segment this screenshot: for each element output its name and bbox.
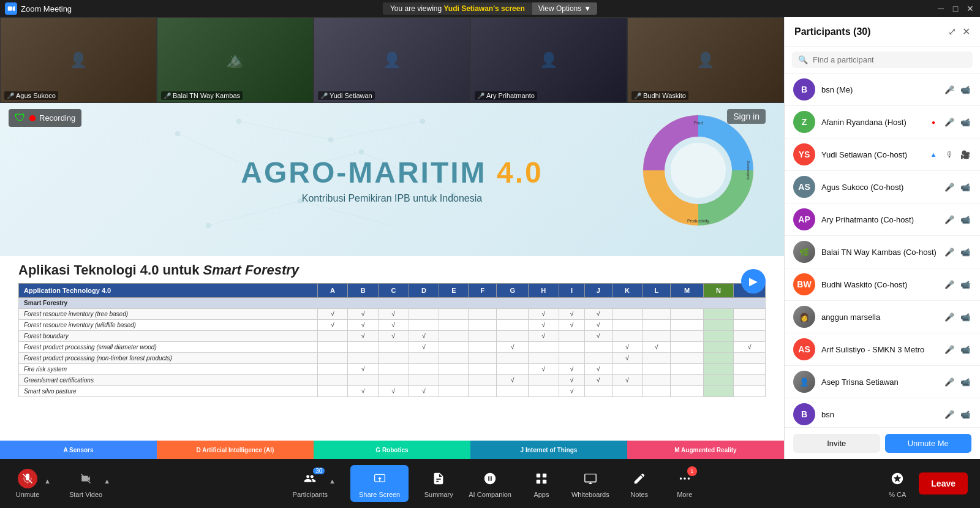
- start-video-label: Start Video: [69, 491, 102, 498]
- bottom-toolbar: Unmute ▲ Start Video ▲ 30 Participa: [0, 459, 980, 508]
- search-input[interactable]: [813, 55, 967, 64]
- svg-rect-30: [585, 474, 596, 482]
- participants-label: Participants: [293, 491, 328, 498]
- whiteboards-icon: [581, 469, 600, 488]
- table-header-main: Application Technology 4.0: [19, 284, 318, 298]
- invite-button[interactable]: Invite: [793, 434, 880, 453]
- svg-point-17: [420, 119, 425, 124]
- thumb-budhi[interactable]: 👤 🎤 Budhi Waskito: [627, 17, 784, 103]
- application-table: Application Technology 4.0 A B C D E F G…: [18, 283, 766, 397]
- video-icon: 📹: [959, 83, 971, 96]
- participant-list: B bsn (Me) 🎤̶ 📹 Z Afanin Ryandana (Host)…: [785, 74, 980, 427]
- sign-in-button[interactable]: Sign in: [727, 109, 766, 124]
- avatar: B: [793, 78, 815, 100]
- next-slide-button[interactable]: ▶: [741, 269, 766, 294]
- video-group: Start Video ▲: [69, 469, 110, 498]
- maximize-button[interactable]: □: [951, 4, 960, 13]
- unmute-me-button[interactable]: Unmute Me: [885, 434, 972, 453]
- more-badge: 1: [687, 466, 697, 476]
- ca-icon: [888, 469, 907, 488]
- thumb-label-yudi: 🎤 Yudi Setiawan: [318, 91, 375, 100]
- participants-caret[interactable]: ▲: [329, 477, 336, 485]
- svg-line-5: [208, 201, 300, 226]
- participant-info: bsn: [821, 409, 937, 420]
- mic-icon: 🎤: [943, 343, 956, 355]
- mic-icon: 🎤: [943, 311, 956, 323]
- view-options-button[interactable]: View Options ▼: [532, 2, 597, 15]
- video-off-icon: [76, 469, 96, 488]
- video-icon: 📹: [959, 181, 971, 193]
- avatar: 👤: [793, 371, 815, 393]
- svg-point-16: [328, 137, 333, 142]
- participant-info: Ary Prihatmanto (Co-host): [821, 214, 937, 225]
- unmute-button[interactable]: Unmute: [12, 469, 43, 498]
- participant-controls: 🎤 📹: [943, 408, 971, 420]
- svg-line-7: [239, 121, 331, 140]
- screen-share-banner: You are viewing Yudi Setiawan's screen V…: [383, 2, 597, 15]
- mic-active-icon: ●: [927, 116, 940, 128]
- thumb-yudi[interactable]: 👤 🎤 Yudi Setiawan: [314, 17, 470, 103]
- participant-search: 🔍: [785, 47, 980, 74]
- notes-button[interactable]: Notes: [624, 469, 655, 498]
- participant-name: Budhi Waskito (Co-host): [821, 280, 907, 289]
- minimize-button[interactable]: ─: [936, 4, 946, 13]
- thumb-label-balai: 🎤 Balai TN Way Kambas: [161, 91, 243, 100]
- mic-icon: 🎙: [943, 148, 956, 161]
- leave-button[interactable]: Leave: [919, 472, 968, 495]
- apps-label: Apps: [533, 491, 549, 498]
- list-item: 🌿 Balai TN Way Kambas (Co-host) 🎤 📹: [785, 236, 980, 268]
- avatar: 👩: [793, 306, 815, 328]
- participant-controls: 🎤 📹: [943, 343, 971, 355]
- slide-header-text: AGRO-MARITIM 4.0 Kontribusi Pemikiran IP…: [241, 156, 543, 204]
- summary-button[interactable]: Summary: [423, 469, 454, 498]
- participant-name: Agus Sukoco (Co-host): [821, 183, 903, 192]
- zoom-icon: [5, 2, 17, 15]
- toolbar-left: Unmute ▲ Start Video ▲: [12, 469, 110, 498]
- share-screen-button[interactable]: Share Screen: [350, 465, 409, 502]
- participants-title: Participants (30): [794, 26, 871, 37]
- apps-button[interactable]: Apps: [526, 469, 557, 498]
- thumb-balai[interactable]: 🏔️ 🎤 Balai TN Way Kambas: [157, 17, 314, 103]
- close-button[interactable]: ✕: [965, 4, 975, 13]
- pop-out-button[interactable]: ⤢: [948, 26, 956, 37]
- participants-header: Participants (30) ⤢ ✕: [785, 17, 980, 47]
- unmute-caret[interactable]: ▲: [44, 477, 51, 485]
- ai-companion-button[interactable]: AI Companion: [469, 469, 511, 498]
- table-row: Forest resource inventory (wildlife base…: [19, 320, 766, 331]
- ca-button[interactable]: % CA: [882, 469, 913, 498]
- more-button[interactable]: 1 More: [669, 469, 700, 498]
- table-row: Forest product processing (non-timber fo…: [19, 353, 766, 364]
- participant-controls: 🎤 📹: [943, 213, 971, 226]
- participant-info: bsn (Me): [821, 84, 937, 95]
- more-icon: 1: [675, 469, 695, 488]
- thumb-ary[interactable]: 👤 🎤 Ary Prihatmanto: [470, 17, 627, 103]
- whiteboards-button[interactable]: Whiteboards: [571, 469, 609, 498]
- shield-icon: 🛡: [15, 112, 26, 124]
- panel-footer: Invite Unmute Me: [785, 427, 980, 459]
- mic-icon: 🎤: [943, 181, 956, 193]
- svg-text:Sovereignty: Sovereignty: [747, 161, 750, 180]
- chevron-down-icon: ▼: [584, 4, 591, 13]
- participants-button[interactable]: 30 Participants: [293, 469, 328, 498]
- search-wrap: 🔍: [792, 51, 973, 68]
- thumb-agus[interactable]: 👤 🎤 Agus Sukoco: [0, 17, 157, 103]
- mic-icon: 🎤: [943, 408, 956, 420]
- participants-icon: 30: [300, 469, 320, 488]
- list-item: AP Ary Prihatmanto (Co-host) 🎤 📹: [785, 203, 980, 236]
- table-row: Smart silvo pasture √√√√: [19, 386, 766, 397]
- apps-icon: [532, 469, 551, 488]
- video-icon: 🎥: [959, 148, 971, 161]
- ca-label: % CA: [889, 491, 906, 498]
- share-screen-label: Share Screen: [359, 491, 400, 498]
- recording-label: Recording: [39, 113, 75, 123]
- video-caret[interactable]: ▲: [104, 477, 110, 485]
- participant-info: Yudi Setiawan (Co-host): [821, 149, 921, 160]
- recording-dot: [29, 115, 36, 121]
- notes-icon: [630, 469, 649, 488]
- participant-controls: 🎤 📹: [943, 376, 971, 388]
- start-video-button[interactable]: Start Video: [69, 469, 102, 498]
- video-icon: 📹: [959, 343, 971, 355]
- thumb-label-budhi: 🎤 Budhi Waskito: [631, 91, 688, 100]
- close-panel-button[interactable]: ✕: [962, 26, 970, 37]
- list-item: B bsn (Me) 🎤̶ 📹: [785, 74, 980, 106]
